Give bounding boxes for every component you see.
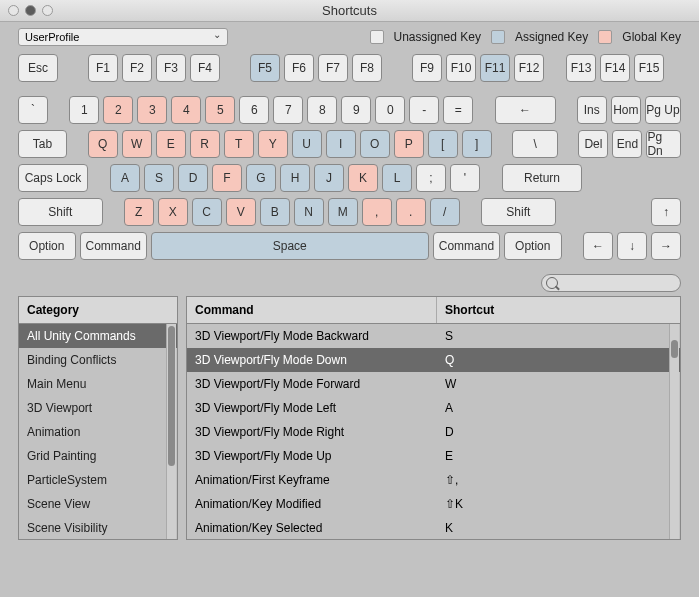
key-u[interactable]: U [292,130,322,158]
key-f[interactable]: F [212,164,242,192]
key-d[interactable]: D [178,164,208,192]
key-f6[interactable]: F6 [284,54,314,82]
key-n[interactable]: N [294,198,324,226]
command-row[interactable]: 3D Viewport/Fly Mode RightD [187,420,680,444]
key-command[interactable]: Command [80,232,147,260]
key-f1[interactable]: F1 [88,54,118,82]
key-[interactable]: → [651,232,681,260]
key-1[interactable]: 1 [69,96,99,124]
key-[interactable]: ; [416,164,446,192]
key-f2[interactable]: F2 [122,54,152,82]
key-[interactable]: / [430,198,460,226]
key-7[interactable]: 7 [273,96,303,124]
key-k[interactable]: K [348,164,378,192]
category-row[interactable]: Scene Visibility [19,516,177,539]
key-g[interactable]: G [246,164,276,192]
key-[interactable]: ' [450,164,480,192]
key-w[interactable]: W [122,130,152,158]
key-f8[interactable]: F8 [352,54,382,82]
key-9[interactable]: 9 [341,96,371,124]
key-h[interactable]: H [280,164,310,192]
key-[interactable]: ↓ [617,232,647,260]
key-f9[interactable]: F9 [412,54,442,82]
key-hom[interactable]: Hom [611,96,641,124]
key-[interactable]: . [396,198,426,226]
key-command[interactable]: Command [433,232,500,260]
key-return[interactable]: Return [502,164,582,192]
key-pgup[interactable]: Pg Up [645,96,681,124]
key-f7[interactable]: F7 [318,54,348,82]
key-x[interactable]: X [158,198,188,226]
key-f12[interactable]: F12 [514,54,544,82]
command-row[interactable]: Animation/First Keyframe⇧, [187,468,680,492]
key-p[interactable]: P [394,130,424,158]
key-q[interactable]: Q [88,130,118,158]
key-[interactable]: ↑ [651,198,681,226]
key-f5[interactable]: F5 [250,54,280,82]
key-l[interactable]: L [382,164,412,192]
key-f11[interactable]: F11 [480,54,510,82]
key-option[interactable]: Option [504,232,562,260]
key-pgdn[interactable]: Pg Dn [646,130,681,158]
key-y[interactable]: Y [258,130,288,158]
category-row[interactable]: All Unity Commands [19,324,177,348]
command-row[interactable]: 3D Viewport/Fly Mode BackwardS [187,324,680,348]
search-input[interactable] [541,274,681,292]
key-b[interactable]: B [260,198,290,226]
key-i[interactable]: I [326,130,356,158]
key-[interactable]: ` [18,96,48,124]
scrollbar[interactable] [166,324,176,539]
key-2[interactable]: 2 [103,96,133,124]
key-c[interactable]: C [192,198,222,226]
key-3[interactable]: 3 [137,96,167,124]
key-f13[interactable]: F13 [566,54,596,82]
key-[interactable]: [ [428,130,458,158]
minimize-icon[interactable] [25,5,36,16]
key-j[interactable]: J [314,164,344,192]
key-5[interactable]: 5 [205,96,235,124]
command-row[interactable]: 3D Viewport/Fly Mode DownQ [187,348,680,372]
key-4[interactable]: 4 [171,96,201,124]
key-option[interactable]: Option [18,232,76,260]
key-0[interactable]: 0 [375,96,405,124]
key-del[interactable]: Del [578,130,608,158]
key-ins[interactable]: Ins [577,96,607,124]
key-z[interactable]: Z [124,198,154,226]
key-a[interactable]: A [110,164,140,192]
key-[interactable]: ← [583,232,613,260]
key-capslock[interactable]: Caps Lock [18,164,88,192]
key-space[interactable]: Space [151,232,429,260]
command-row[interactable]: 3D Viewport/Fly Mode ForwardW [187,372,680,396]
key-f3[interactable]: F3 [156,54,186,82]
key-f14[interactable]: F14 [600,54,630,82]
key-shift[interactable]: Shift [18,198,103,226]
profile-dropdown[interactable]: UserProfile [18,28,228,46]
maximize-icon[interactable] [42,5,53,16]
category-row[interactable]: 3D Viewport [19,396,177,420]
key-e[interactable]: E [156,130,186,158]
key-m[interactable]: M [328,198,358,226]
command-row[interactable]: Animation/Key SelectedK [187,516,680,539]
key-f15[interactable]: F15 [634,54,664,82]
key-o[interactable]: O [360,130,390,158]
command-row[interactable]: 3D Viewport/Fly Mode UpE [187,444,680,468]
key-f10[interactable]: F10 [446,54,476,82]
key-[interactable]: ] [462,130,492,158]
key-v[interactable]: V [226,198,256,226]
key-r[interactable]: R [190,130,220,158]
command-row[interactable]: Animation/Key Modified⇧K [187,492,680,516]
key-[interactable]: - [409,96,439,124]
category-row[interactable]: Binding Conflicts [19,348,177,372]
key-end[interactable]: End [612,130,642,158]
key-tab[interactable]: Tab [18,130,67,158]
key-[interactable]: , [362,198,392,226]
key-6[interactable]: 6 [239,96,269,124]
category-row[interactable]: Main Menu [19,372,177,396]
key-s[interactable]: S [144,164,174,192]
key-[interactable]: ← [495,96,556,124]
command-row[interactable]: 3D Viewport/Fly Mode LeftA [187,396,680,420]
key-[interactable]: = [443,96,473,124]
key-esc[interactable]: Esc [18,54,58,82]
key-8[interactable]: 8 [307,96,337,124]
key-[interactable]: \ [512,130,557,158]
